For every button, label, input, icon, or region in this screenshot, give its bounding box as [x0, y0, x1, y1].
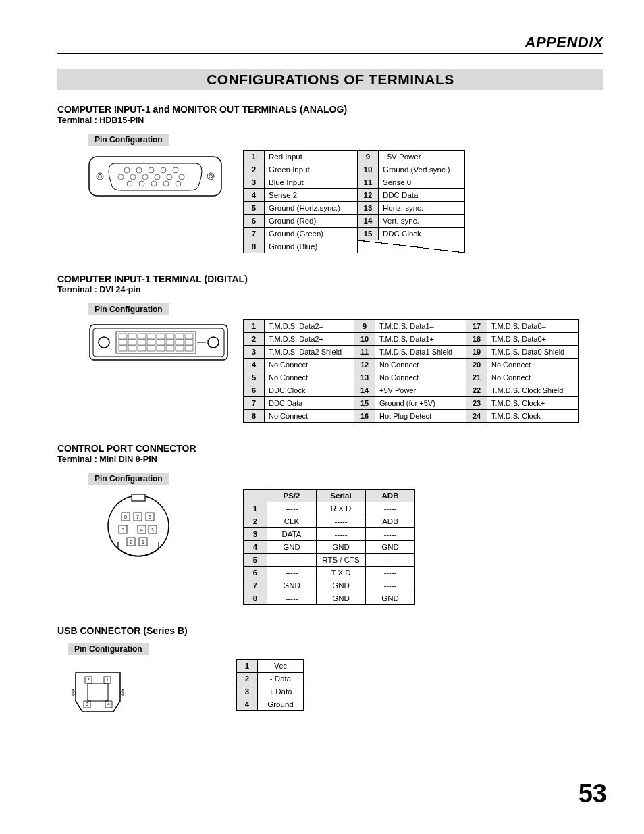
svg-point-18 — [151, 181, 157, 186]
table-row: 2T.M.D.S. Data2+10T.M.D.S. Data1+18T.M.D… — [244, 333, 579, 346]
minidin-table: PS/2SerialADB 1-----R X D----- 2CLK-----… — [243, 489, 415, 605]
section-hdb15: COMPUTER INPUT-1 and MONITOR OUT TERMINA… — [57, 104, 603, 253]
table-row: 6DDC Clock14+5V Power22T.M.D.S. Clock Sh… — [244, 384, 579, 397]
svg-text:4: 4 — [107, 702, 110, 706]
table-row: 2CLK-----ADB — [244, 515, 415, 528]
svg-point-17 — [139, 181, 144, 186]
table-row: 4GNDGNDGND — [244, 541, 415, 554]
table-row: 3Blue Input11Sense 0 — [244, 176, 465, 189]
svg-point-24 — [208, 337, 219, 348]
dvi-table: 1T.M.D.S. Data2–9T.M.D.S. Data1–17T.M.D.… — [243, 319, 579, 423]
svg-point-8 — [161, 167, 166, 173]
table-row: 1Vcc — [237, 660, 304, 673]
table-row: 1T.M.D.S. Data2–9T.M.D.S. Data1–17T.M.D.… — [244, 320, 579, 333]
table-row: 2Green Input10Ground (Vert.sync.) — [244, 163, 465, 176]
section3-heading: CONTROL PORT CONNECTOR — [57, 443, 603, 454]
svg-rect-34 — [119, 340, 127, 345]
hdb15-table: 1Red Input9+5V Power 2Green Input10Groun… — [243, 150, 465, 253]
section2-sub: Terminal : DVI 24-pin — [57, 285, 603, 294]
table-row: 6-----T X D----- — [244, 567, 415, 579]
svg-point-51 — [108, 496, 169, 556]
svg-rect-52 — [132, 494, 145, 501]
svg-text:8: 8 — [124, 515, 127, 519]
main-title: CONFIGURATIONS OF TERMINALS — [57, 69, 603, 90]
svg-rect-41 — [185, 340, 193, 345]
table-row: 7Ground (Green)15DDC Clock — [244, 228, 465, 240]
usb-table: 1Vcc 2- Data 3+ Data 4Ground — [236, 659, 304, 711]
pin-config-label-4: Pin Configuration — [68, 643, 149, 655]
section3-sub: Terminal : Mini DIN 8-PIN — [57, 454, 603, 464]
svg-rect-25 — [116, 332, 196, 353]
pin-config-label-2: Pin Configuration — [88, 303, 169, 315]
svg-rect-28 — [138, 334, 146, 339]
svg-rect-39 — [166, 340, 174, 345]
svg-rect-33 — [185, 334, 193, 339]
svg-point-5 — [124, 167, 130, 173]
svg-point-16 — [127, 181, 132, 186]
table-row: 1Red Input9+5V Power — [244, 151, 465, 163]
svg-point-23 — [99, 337, 109, 348]
svg-rect-42 — [119, 346, 127, 351]
svg-text:3: 3 — [86, 702, 88, 706]
svg-rect-31 — [166, 334, 174, 339]
usb-diagram: 21 34 — [68, 659, 149, 720]
svg-point-20 — [176, 181, 181, 186]
svg-rect-40 — [176, 340, 184, 345]
section4-heading: USB CONNECTOR (Series B) — [57, 625, 603, 636]
pin-config-label-3: Pin Configuration — [88, 473, 169, 485]
table-row: 7DDC Data15Ground (for +5V)23T.M.D.S. Cl… — [244, 397, 579, 410]
svg-text:5: 5 — [122, 527, 124, 532]
svg-rect-44 — [138, 346, 146, 351]
table-header: PS/2SerialADB — [244, 490, 415, 502]
svg-point-3 — [207, 173, 214, 180]
svg-point-2 — [99, 175, 102, 178]
table-row: 2- Data — [237, 673, 304, 685]
svg-point-1 — [97, 173, 103, 180]
svg-text:2: 2 — [130, 540, 132, 544]
section-minidin: CONTROL PORT CONNECTOR Terminal : Mini D… — [57, 443, 603, 605]
svg-point-14 — [167, 174, 172, 180]
section-usb: USB CONNECTOR (Series B) Pin Configurati… — [57, 625, 603, 720]
svg-rect-37 — [147, 340, 155, 345]
svg-rect-27 — [128, 334, 136, 339]
svg-point-7 — [149, 167, 154, 173]
table-row: 4Ground — [237, 698, 304, 711]
svg-point-4 — [209, 175, 213, 178]
table-row: 3DATA---------- — [244, 528, 415, 541]
minidin-diagram: 876 543 21 — [88, 489, 236, 563]
table-row: 4Sense 212DDC Data — [244, 189, 465, 202]
section2-heading: COMPUTER INPUT-1 TERMINAL (DIGITAL) — [57, 273, 603, 284]
table-row: 8No Connect16Hot Plug Detect24T.M.D.S. C… — [244, 410, 579, 423]
svg-rect-69 — [88, 683, 108, 701]
dvi-diagram — [88, 319, 236, 367]
table-row: 5-----RTS / CTS----- — [244, 554, 415, 567]
hdb15-diagram — [88, 150, 236, 204]
svg-rect-43 — [128, 346, 136, 351]
svg-rect-32 — [176, 334, 184, 339]
svg-rect-30 — [157, 334, 165, 339]
table-row: 4No Connect12No Connect20No Connect — [244, 359, 579, 371]
pin-config-label-1: Pin Configuration — [88, 134, 169, 146]
svg-point-19 — [163, 181, 169, 186]
svg-rect-38 — [157, 340, 165, 345]
svg-point-15 — [179, 174, 184, 180]
svg-text:1: 1 — [142, 540, 144, 544]
svg-rect-47 — [166, 346, 174, 351]
header-rule — [57, 53, 603, 54]
table-row: 3+ Data — [237, 685, 304, 698]
svg-point-11 — [130, 174, 136, 180]
svg-point-10 — [118, 174, 124, 180]
table-row: 6Ground (Red)14Vert. sync. — [244, 215, 465, 228]
svg-text:2: 2 — [87, 677, 90, 682]
svg-text:7: 7 — [136, 515, 139, 519]
appendix-header: APPENDIX — [57, 34, 603, 51]
svg-point-12 — [142, 174, 148, 180]
svg-point-9 — [173, 167, 178, 173]
svg-rect-49 — [185, 346, 193, 351]
table-row: 5No Connect13No Connect21No Connect — [244, 371, 579, 384]
svg-text:3: 3 — [151, 527, 154, 532]
svg-rect-48 — [176, 346, 184, 351]
svg-rect-45 — [147, 346, 155, 351]
section-dvi: COMPUTER INPUT-1 TERMINAL (DIGITAL) Term… — [57, 273, 603, 423]
section1-sub: Terminal : HDB15-PIN — [57, 115, 603, 125]
